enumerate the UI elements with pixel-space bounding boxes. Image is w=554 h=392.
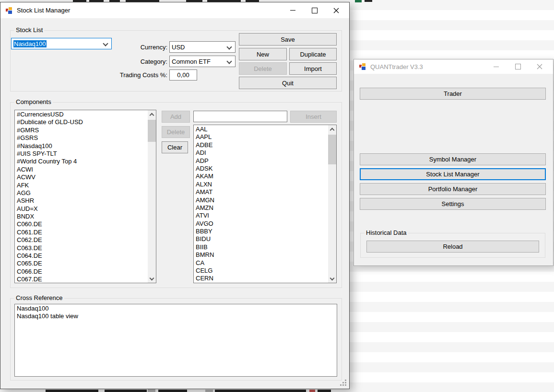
maximize-button[interactable] (507, 59, 529, 74)
list-item[interactable]: ADP (194, 157, 328, 165)
list-item[interactable]: ACWI (15, 166, 147, 173)
chevron-down-icon (226, 58, 232, 64)
category-combobox[interactable]: Common ETF (169, 56, 236, 67)
scrollbar-thumb[interactable] (328, 135, 336, 164)
background-fragment (309, 390, 315, 392)
titlebar[interactable]: QUANTtrader V3.3 (354, 59, 553, 74)
list-item[interactable]: ACWV (15, 173, 147, 181)
scrollbar-down-button[interactable] (148, 275, 156, 283)
scrollbar-up-button[interactable] (328, 125, 336, 133)
list-item[interactable]: ADSK (194, 165, 328, 173)
reload-button[interactable]: Reload (366, 241, 539, 253)
save-button[interactable]: Save (239, 33, 337, 46)
settings-button[interactable]: Settings (360, 198, 546, 210)
list-item[interactable]: AMAT (194, 188, 328, 196)
quanttrader-window: QUANTtrader V3.3 Trader Symbol Manager S… (354, 59, 554, 266)
cross-reference-listbox[interactable]: Nasdaq100Nasdaq100 table view (14, 304, 337, 377)
scrollbar-thumb[interactable] (148, 120, 156, 142)
import-button[interactable]: Import (289, 62, 337, 75)
list-item[interactable]: CERN (194, 275, 328, 282)
resize-grip[interactable] (345, 384, 346, 386)
new-button[interactable]: New (239, 48, 287, 60)
symbol-manager-button[interactable]: Symbol Manager (360, 153, 546, 165)
list-item[interactable]: ADI (194, 149, 328, 157)
list-item[interactable]: ASHR (15, 197, 147, 205)
list-item[interactable]: C061.DE (15, 229, 147, 236)
list-item[interactable]: C067.DE (15, 276, 147, 282)
list-item[interactable]: AKAM (194, 173, 328, 180)
list-item[interactable]: BBBY (194, 228, 328, 235)
symbols-listbox[interactable]: AALAAPLADBEADIADPADSKAKAMALXNAMATAMGNAMZ… (193, 125, 337, 283)
background-fragment (148, 389, 155, 392)
currency-combobox-value: USD (172, 44, 185, 51)
list-item[interactable]: CELG (194, 267, 328, 275)
clear-button[interactable]: Clear (162, 141, 188, 153)
delete-stock-list-button: Delete (239, 62, 287, 75)
close-button[interactable] (529, 59, 550, 74)
list-item[interactable]: BIIB (194, 243, 328, 251)
list-item[interactable]: AUD=X (15, 205, 147, 213)
stock-lists-listbox[interactable]: #CurrenciesUSD#Dublicate of GLD-USD#GMRS… (14, 110, 156, 283)
add-button: Add (162, 111, 190, 123)
list-item[interactable]: C064.DE (15, 252, 147, 260)
list-item[interactable]: #GMRS (15, 127, 147, 134)
list-item[interactable]: ADBE (194, 141, 328, 149)
minimize-button[interactable] (485, 59, 507, 74)
list-item[interactable]: AAPL (194, 133, 328, 141)
list-item[interactable]: BNDX (15, 213, 147, 220)
list-item[interactable]: #CurrenciesUSD (15, 111, 147, 118)
stock-list-combobox[interactable]: Nasdaq100 (11, 38, 112, 49)
titlebar[interactable]: Stock List Manager (0, 2, 349, 18)
list-item[interactable]: AMZN (194, 204, 328, 212)
portfolio-manager-button[interactable]: Portfolio Manager (360, 183, 546, 195)
minimize-icon (494, 67, 499, 67)
list-item[interactable]: C060.DE (15, 220, 147, 228)
list-item[interactable]: AAL (194, 126, 328, 133)
delete-component-button: Delete (162, 126, 190, 138)
list-item[interactable]: AFK (15, 182, 147, 189)
list-item[interactable]: C063.DE (15, 244, 147, 252)
scrollbar-up-button[interactable] (148, 110, 156, 118)
desktop: Stock List Manager Stock List Nasdaq100 … (0, 0, 554, 392)
duplicate-button[interactable]: Duplicate (289, 48, 337, 60)
currency-combobox[interactable]: USD (169, 41, 236, 53)
list-item[interactable]: CA (194, 259, 328, 267)
list-item[interactable]: ATVI (194, 212, 328, 219)
chevron-down-icon (103, 41, 108, 46)
scrollbar-down-button[interactable] (328, 275, 336, 283)
window-title: Stock List Manager (17, 7, 70, 14)
list-item[interactable]: #Nasdaq100 (15, 142, 147, 150)
chevron-down-icon (150, 276, 154, 280)
list-item[interactable]: #Dublicate of GLD-USD (15, 118, 147, 126)
scrollbar[interactable] (148, 110, 156, 283)
app-icon (359, 63, 366, 70)
trader-button[interactable]: Trader (360, 88, 546, 100)
list-item[interactable]: AVGO (194, 220, 328, 228)
minimize-button[interactable] (282, 2, 304, 18)
trading-costs-label: Trading Costs %: (111, 69, 167, 81)
list-item[interactable]: #UIS SPY-TLT (15, 150, 147, 158)
maximize-button[interactable] (304, 2, 325, 18)
cross-reference-group-label: Cross Reference (14, 294, 64, 302)
stock-list-manager-window: Stock List Manager Stock List Nasdaq100 … (0, 2, 350, 389)
close-button[interactable] (325, 2, 347, 18)
list-item[interactable]: AGG (15, 189, 147, 197)
list-item[interactable]: C062.DE (15, 236, 147, 244)
trading-costs-input[interactable] (169, 69, 197, 81)
list-item[interactable]: Nasdaq100 (15, 305, 336, 312)
list-item[interactable]: BMRN (194, 251, 328, 259)
list-item[interactable]: #GSRS (15, 134, 147, 142)
list-item[interactable]: BIDU (194, 235, 328, 243)
background-fragment (365, 0, 372, 2)
scrollbar[interactable] (328, 125, 336, 283)
list-item[interactable]: #World Country Top 4 (15, 158, 147, 165)
quit-button[interactable]: Quit (239, 77, 337, 89)
list-item[interactable]: C065.DE (15, 260, 147, 267)
stock-list-manager-button[interactable]: Stock List Manager (360, 168, 546, 180)
background-fragment (215, 390, 306, 392)
list-item[interactable]: C066.DE (15, 268, 147, 276)
list-item[interactable]: Nasdaq100 table view (15, 312, 336, 320)
list-item[interactable]: ALXN (194, 181, 328, 188)
symbol-input[interactable] (193, 111, 287, 122)
list-item[interactable]: AMGN (194, 196, 328, 204)
